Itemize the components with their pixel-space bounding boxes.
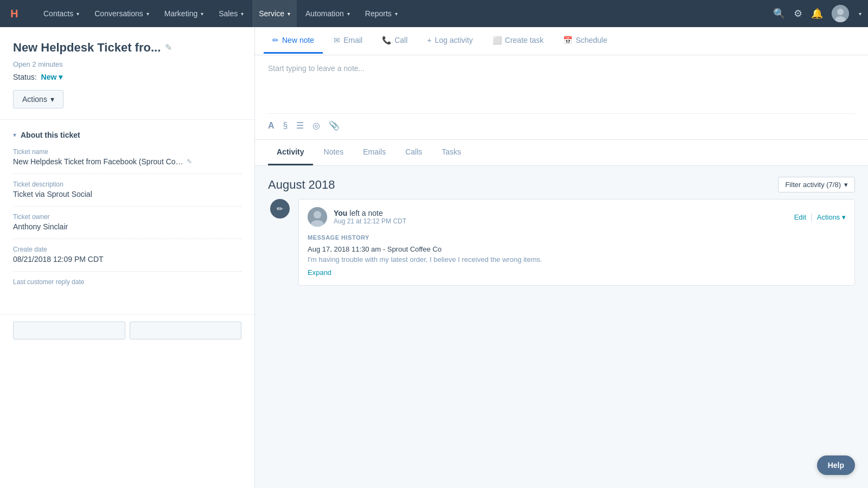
field-label-last-reply: Last customer reply date — [13, 278, 241, 286]
activity-tab-tasks[interactable]: Tasks — [433, 140, 470, 165]
activity-timeline: ✏ You left a note Aug — [255, 199, 868, 294]
field-label-ticket-name: Ticket name — [13, 148, 241, 156]
bottom-btn-1[interactable] — [13, 322, 125, 339]
field-value-owner: Anthony Sinclair — [13, 222, 241, 231]
chevron-down-icon: ▾ — [13, 131, 16, 139]
message-history-section: MESSAGE HISTORY Aug 17, 2018 11:30 am - … — [299, 234, 854, 285]
divider: | — [810, 213, 813, 221]
edit-note-link[interactable]: Edit — [794, 213, 806, 221]
field-create-date: Create date 08/21/2018 12:09 PM CDT — [13, 246, 241, 264]
nav-contacts[interactable]: Contacts ▾ — [37, 0, 86, 27]
filter-activity-button[interactable]: Filter activity (7/8) ▾ — [778, 177, 855, 192]
message-entry: Aug 17, 2018 11:30 am - Sprout Coffee Co… — [308, 245, 846, 264]
nav-conversations[interactable]: Conversations ▾ — [88, 0, 156, 27]
tab-email[interactable]: ✉ Email — [325, 28, 371, 54]
tab-schedule[interactable]: 📅 Schedule — [554, 28, 616, 54]
help-button[interactable]: Help — [817, 455, 855, 475]
actions-button[interactable]: Actions ▾ — [13, 90, 63, 108]
nav-marketing[interactable]: Marketing ▾ — [158, 0, 210, 27]
note-input[interactable] — [268, 64, 855, 107]
activity-actions-link[interactable]: Actions ▾ — [817, 213, 846, 221]
activity-tab-notes[interactable]: Notes — [315, 140, 353, 165]
nav-sales[interactable]: Sales ▾ — [212, 0, 250, 27]
nav-automation[interactable]: Automation ▾ — [299, 0, 356, 27]
activity-feed: August 2018 Filter activity (7/8) ▾ ✏ — [255, 166, 868, 488]
activity-icon-note: ✏ — [270, 199, 290, 219]
ticket-open-since: Open 2 minutes — [13, 60, 241, 68]
activity-tab-activity[interactable]: Activity — [268, 140, 313, 165]
chevron-down-icon: ▾ — [347, 11, 350, 17]
activity-tabs: Activity Notes Emails Calls Tasks — [255, 140, 868, 166]
plus-icon: + — [427, 36, 431, 44]
activity-tab-calls[interactable]: Calls — [397, 140, 431, 165]
hubspot-logo[interactable]: H — [7, 4, 26, 23]
nav-right-actions: 🔍 ⚙ 🔔 ▾ — [773, 5, 861, 22]
ticket-title: New Helpdesk Ticket fro... — [13, 40, 161, 56]
edit-icon[interactable]: ✎ — [165, 42, 172, 53]
search-icon[interactable]: 🔍 — [773, 8, 785, 20]
expand-link[interactable]: Expand — [308, 268, 331, 277]
tab-call[interactable]: 📞 Call — [373, 28, 416, 54]
field-last-reply: Last customer reply date — [13, 278, 241, 296]
chevron-down-icon: ▾ — [76, 11, 79, 17]
svg-point-3 — [837, 9, 844, 15]
paragraph-icon[interactable]: § — [283, 121, 288, 131]
tab-log-activity[interactable]: + Log activity — [418, 28, 481, 54]
nav-reports[interactable]: Reports ▾ — [359, 0, 404, 27]
field-label-create-date: Create date — [13, 246, 241, 253]
about-header[interactable]: ▾ About this ticket — [13, 131, 241, 139]
chevron-down-icon: ▾ — [395, 11, 398, 17]
about-section: ▾ About this ticket Ticket name New Help… — [0, 120, 254, 315]
attach-icon[interactable]: 📎 — [329, 120, 340, 131]
chevron-down-icon: ▾ — [59, 73, 62, 81]
chevron-down-icon: ▾ — [241, 11, 244, 17]
about-title: About this ticket — [21, 131, 80, 139]
activity-timestamp: Aug 21 at 12:12 PM CDT — [334, 217, 788, 225]
activity-card-header: You left a note Aug 21 at 12:12 PM CDT E… — [299, 200, 854, 234]
right-panel: ✏ New note ✉ Email 📞 Call + Log activity… — [255, 27, 868, 488]
status-badge[interactable]: New ▾ — [41, 73, 63, 81]
activity-user-avatar — [308, 207, 327, 227]
mention-icon[interactable]: ◎ — [312, 120, 320, 131]
chevron-down-icon: ▾ — [288, 11, 290, 17]
activity-month-title: August 2018 — [268, 178, 335, 192]
timeline-line: ✏ — [268, 199, 292, 294]
activity-month-header: August 2018 Filter activity (7/8) ▾ — [255, 166, 868, 199]
nav-service[interactable]: Service ▾ — [252, 0, 297, 27]
status-label: Status: — [13, 73, 37, 81]
field-ticket-description: Ticket description Ticket via Sprout Soc… — [13, 181, 241, 198]
tab-new-note[interactable]: ✏ New note — [264, 28, 323, 54]
bottom-actions — [0, 315, 254, 346]
main-layout: New Helpdesk Ticket fro... ✎ Open 2 minu… — [0, 27, 868, 488]
left-panel: New Helpdesk Ticket fro... ✎ Open 2 minu… — [0, 27, 255, 488]
activity-card-actions: Edit | Actions ▾ — [794, 213, 846, 221]
svg-text:H: H — [10, 8, 18, 20]
chevron-down-icon: ▾ — [50, 95, 54, 104]
settings-icon[interactable]: ⚙ — [794, 8, 802, 20]
tab-create-task[interactable]: ⬜ Create task — [484, 28, 553, 54]
activity-tab-emails[interactable]: Emails — [354, 140, 394, 165]
svg-point-6 — [314, 211, 321, 219]
note-toolbar: A § ☰ ◎ 📎 — [268, 113, 855, 131]
field-label-description: Ticket description — [13, 181, 241, 188]
field-ticket-owner: Ticket owner Anthony Sinclair — [13, 213, 241, 231]
edit-icon[interactable]: ✎ — [187, 158, 192, 165]
notifications-icon[interactable]: 🔔 — [811, 8, 823, 20]
user-avatar[interactable] — [832, 5, 849, 22]
chevron-down-icon: ▾ — [201, 11, 203, 17]
task-icon: ⬜ — [493, 36, 502, 44]
activity-user-name: You left a note — [334, 209, 788, 217]
message-date: Aug 17, 2018 11:30 am - Sprout Coffee Co — [308, 245, 846, 253]
call-icon: 📞 — [382, 36, 391, 44]
text-format-icon[interactable]: A — [268, 121, 275, 131]
activity-user-info: You left a note Aug 21 at 12:12 PM CDT — [334, 209, 788, 225]
note-icon: ✏ — [272, 36, 279, 44]
top-navigation: H Contacts ▾ Conversations ▾ Marketing ▾… — [0, 0, 868, 27]
user-menu-chevron[interactable]: ▾ — [859, 11, 861, 17]
list-icon[interactable]: ☰ — [296, 120, 304, 131]
email-icon: ✉ — [334, 36, 340, 44]
field-ticket-name: Ticket name New Helpdesk Ticket from Fac… — [13, 148, 241, 166]
activity-card: You left a note Aug 21 at 12:12 PM CDT E… — [298, 199, 855, 286]
field-value-create-date: 08/21/2018 12:09 PM CDT — [13, 255, 241, 264]
bottom-btn-2[interactable] — [130, 322, 242, 339]
